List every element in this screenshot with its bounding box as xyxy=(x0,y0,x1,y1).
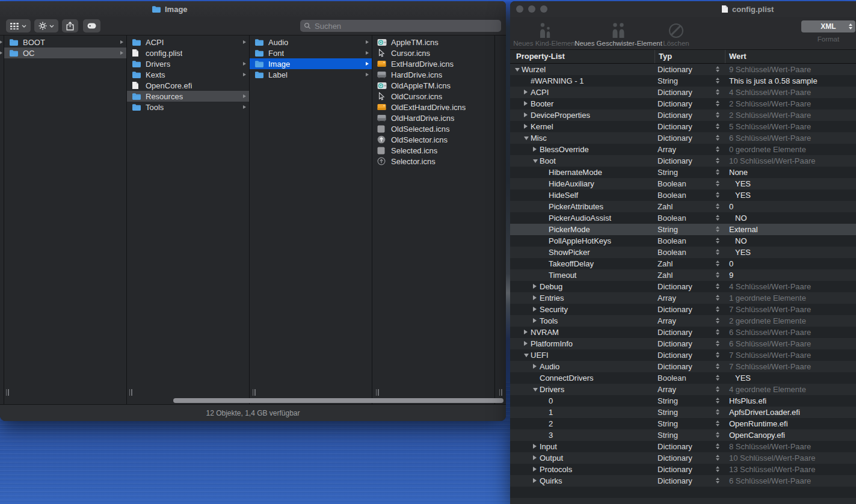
finder-titlebar[interactable]: Image xyxy=(0,1,506,17)
finder-item-image[interactable]: Image xyxy=(250,58,372,69)
plist-type-popup[interactable]: Dictionary xyxy=(657,339,692,348)
plist-type-popup[interactable]: Dictionary xyxy=(657,134,692,143)
value-stepper-icon[interactable] xyxy=(716,409,719,415)
plist-value[interactable]: 1 geordnete Elemente xyxy=(729,293,806,303)
finder-item-cutoff[interactable] xyxy=(0,37,4,48)
disclosure-closed-icon[interactable] xyxy=(533,318,537,323)
new-sibling-element-button[interactable]: Neues Geschwister-Element xyxy=(576,19,660,47)
plist-value[interactable]: None xyxy=(729,168,748,177)
value-stepper-icon[interactable] xyxy=(716,123,719,129)
finder-item-oldharddrive-icns[interactable]: OldHardDrive.icns xyxy=(372,112,494,123)
finder-item-config-plist[interactable]: config.plist xyxy=(127,48,249,58)
value-stepper-icon[interactable] xyxy=(716,295,719,301)
plist-row-pollapplehotkeys[interactable]: PollAppleHotKeysBooleanNO xyxy=(510,235,856,247)
disclosure-closed-icon[interactable] xyxy=(524,101,528,106)
value-stepper-icon[interactable] xyxy=(716,180,719,186)
finder-item-selected-icns[interactable]: Selected.icns xyxy=(372,145,494,156)
column-resize-handle[interactable] xyxy=(498,389,503,396)
plist-type-popup[interactable]: Dictionary xyxy=(657,65,692,74)
plist-value[interactable]: 4 Schlüssel/Wert-Paare xyxy=(729,282,811,291)
plist-value[interactable]: YES xyxy=(735,248,751,257)
plist-row-tools[interactable]: ToolsArray2 geordnete Elemente xyxy=(510,315,856,327)
plist-row-pickeraudioassist[interactable]: PickerAudioAssistBooleanNO xyxy=(510,212,856,224)
value-stepper-icon[interactable] xyxy=(716,260,719,266)
plist-type-popup[interactable]: Boolean xyxy=(657,248,686,257)
value-stepper-icon[interactable] xyxy=(716,363,719,369)
value-stepper-icon[interactable] xyxy=(716,340,719,346)
plist-type-popup[interactable]: String xyxy=(657,225,678,234)
finder-item-selector-icns[interactable]: Selector.icns xyxy=(372,156,494,167)
plist-value[interactable]: OpenRuntime.efi xyxy=(729,419,788,428)
disclosure-closed-icon[interactable] xyxy=(524,90,528,94)
scrollbar-thumb[interactable] xyxy=(173,398,503,403)
value-stepper-icon[interactable] xyxy=(716,89,719,95)
delete-button[interactable]: Löschen xyxy=(660,19,692,47)
finder-item-audio[interactable]: Audio xyxy=(250,37,372,48)
plist-value[interactable]: 10 Schlüssel/Wert-Paare xyxy=(729,453,816,463)
plist-row-3[interactable]: 3StringOpenCanopy.efi xyxy=(510,429,856,441)
plist-value[interactable]: 0 xyxy=(729,259,733,268)
plist-type-popup[interactable]: Dictionary xyxy=(657,122,692,131)
finder-item-tools[interactable]: Tools xyxy=(127,102,249,112)
plist-row-wurzel[interactable]: WurzelDictionary9 Schlüssel/Wert-Paare xyxy=(510,64,856,75)
plist-row-takeoffdelay[interactable]: TakeoffDelayZahl0 xyxy=(510,258,856,269)
value-stepper-icon[interactable] xyxy=(716,318,719,324)
plist-row-misc[interactable]: MiscDictionary6 Schlüssel/Wert-Paare xyxy=(510,132,856,144)
plist-value[interactable]: 6 Schlüssel/Wert-Paare xyxy=(729,476,811,485)
plist-row-entries[interactable]: EntriesArray1 geordnete Elemente xyxy=(510,292,856,304)
disclosure-closed-icon[interactable] xyxy=(533,455,537,460)
value-stepper-icon[interactable] xyxy=(716,478,719,484)
value-stepper-icon[interactable] xyxy=(716,158,719,164)
plist-type-popup[interactable]: Dictionary xyxy=(657,88,692,97)
disclosure-open-icon[interactable] xyxy=(524,354,529,357)
disclosure-closed-icon[interactable] xyxy=(524,341,528,346)
view-options-button[interactable] xyxy=(6,19,31,32)
finder-item-oldselected-icns[interactable]: OldSelected.icns xyxy=(372,123,494,134)
disclosure-closed-icon[interactable] xyxy=(524,112,528,117)
plist-value[interactable]: 0 xyxy=(729,202,733,211)
value-stepper-icon[interactable] xyxy=(716,432,719,438)
plist-row-kernel[interactable]: KernelDictionary5 Schlüssel/Wert-Paare xyxy=(510,121,856,132)
finder-item-drivers[interactable]: Drivers xyxy=(127,58,249,69)
plist-type-popup[interactable]: Array xyxy=(657,316,676,325)
disclosure-closed-icon[interactable] xyxy=(533,307,537,312)
plist-type-popup[interactable]: Boolean xyxy=(657,191,686,200)
plist-value[interactable]: ApfsDriverLoader.efi xyxy=(729,408,800,417)
plist-row-warning-1[interactable]: #WARNING - 1StringThis is just a 0.58 sa… xyxy=(510,75,856,87)
horizontal-scrollbar[interactable] xyxy=(0,398,506,404)
finder-item-extharddrive-icns[interactable]: ExtHardDrive.icns xyxy=(372,58,494,69)
plist-type-popup[interactable]: Zahl xyxy=(657,259,673,268)
action-menu-button[interactable] xyxy=(34,19,58,32)
plist-row-audio[interactable]: AudioDictionary7 Schlüssel/Wert-Paare xyxy=(510,361,856,372)
plist-value[interactable]: 9 Schlüssel/Wert-Paare xyxy=(729,65,811,74)
plist-type-popup[interactable]: Boolean xyxy=(657,373,686,383)
disclosure-closed-icon[interactable] xyxy=(524,330,528,334)
plist-type-popup[interactable]: Boolean xyxy=(657,214,686,223)
plist-row-debug[interactable]: DebugDictionary4 Schlüssel/Wert-Paare xyxy=(510,281,856,292)
plist-row-protocols[interactable]: ProtocolsDictionary13 Schlüssel/Wert-Paa… xyxy=(510,464,856,475)
close-button[interactable] xyxy=(516,5,523,13)
plist-value[interactable]: 10 Schlüssel/Wert-Paare xyxy=(729,156,816,165)
plist-type-popup[interactable]: Dictionary xyxy=(657,282,692,291)
plist-value[interactable]: NO xyxy=(735,236,747,245)
value-stepper-icon[interactable] xyxy=(716,215,719,221)
plist-value[interactable]: 4 geordnete Elemente xyxy=(729,385,806,394)
plist-value[interactable]: 7 Schlüssel/Wert-Paare xyxy=(729,305,811,314)
zoom-button[interactable] xyxy=(540,5,547,13)
plist-type-popup[interactable]: Dictionary xyxy=(657,305,692,314)
plist-type-popup[interactable]: String xyxy=(657,396,678,405)
value-stepper-icon[interactable] xyxy=(716,272,719,278)
column-divider[interactable] xyxy=(654,50,655,63)
finder-item-resources[interactable]: Resources xyxy=(127,91,249,102)
plist-row-security[interactable]: SecurityDictionary7 Schlüssel/Wert-Paare xyxy=(510,304,856,315)
plist-row-nvram[interactable]: NVRAMDictionary6 Schlüssel/Wert-Paare xyxy=(510,327,856,338)
finder-item-harddrive-icns[interactable]: HardDrive.icns xyxy=(372,69,494,80)
column-resize-handle[interactable] xyxy=(375,389,380,396)
plist-type-popup[interactable]: Boolean xyxy=(657,236,686,245)
column-divider[interactable] xyxy=(725,50,725,63)
value-stepper-icon[interactable] xyxy=(716,100,719,106)
value-stepper-icon[interactable] xyxy=(716,455,719,461)
plist-type-popup[interactable]: Dictionary xyxy=(657,351,692,360)
plist-type-popup[interactable]: String xyxy=(657,168,678,177)
value-stepper-icon[interactable] xyxy=(716,386,719,392)
